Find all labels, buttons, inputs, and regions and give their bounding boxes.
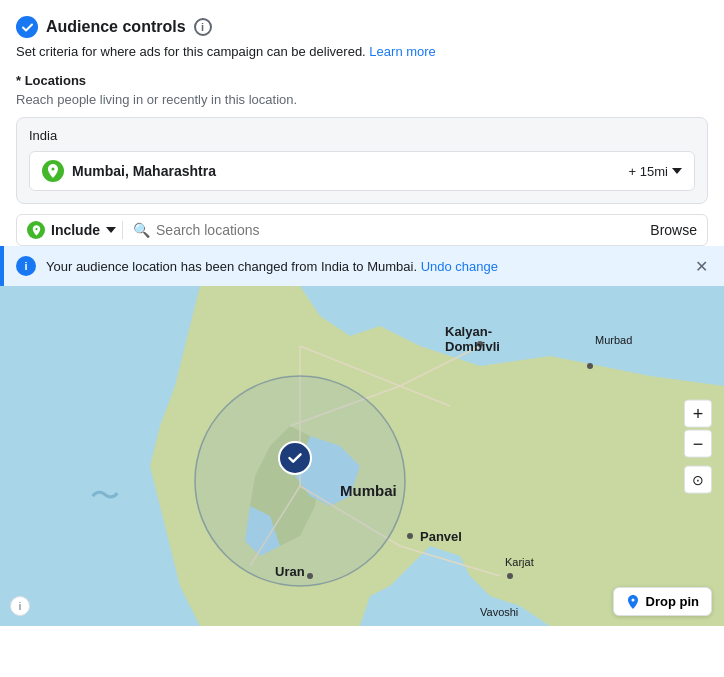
location-tag: Mumbai, Maharashtra + 15mi — [29, 151, 695, 191]
svg-point-11 — [587, 363, 593, 369]
svg-point-9 — [195, 376, 405, 586]
svg-point-12 — [407, 533, 413, 539]
zoom-in-button[interactable]: + — [684, 400, 712, 428]
svg-text:Kalyan-: Kalyan- — [445, 324, 492, 339]
learn-more-link[interactable]: Learn more — [369, 44, 435, 59]
search-locations-input[interactable] — [156, 222, 650, 238]
locations-desc: Reach people living in or recently in th… — [16, 92, 708, 107]
section-header: Audience controls i — [16, 16, 708, 38]
svg-text:〜: 〜 — [90, 479, 120, 512]
map-pin — [278, 441, 312, 475]
include-button[interactable]: Include — [27, 221, 116, 239]
include-pin-icon — [27, 221, 45, 239]
map-info-icon[interactable]: i — [10, 596, 30, 616]
radius-dropdown-arrow — [672, 168, 682, 174]
browse-button[interactable]: Browse — [650, 222, 697, 238]
svg-text:Dombivli: Dombivli — [445, 339, 500, 354]
undo-change-link[interactable]: Undo change — [421, 259, 498, 274]
notification-text: Your audience location has been changed … — [46, 259, 681, 274]
svg-text:Murbad: Murbad — [595, 334, 632, 346]
drop-pin-icon — [626, 595, 640, 609]
drop-pin-label: Drop pin — [646, 594, 699, 609]
include-label: Include — [51, 222, 100, 238]
locations-label: * Locations — [16, 73, 708, 88]
svg-text:Vavoshi: Vavoshi — [480, 606, 518, 618]
include-dropdown-arrow — [106, 227, 116, 233]
notification-info-icon: i — [16, 256, 36, 276]
country-label: India — [29, 128, 695, 143]
svg-text:Uran: Uran — [275, 564, 305, 579]
svg-text:Panvel: Panvel — [420, 529, 462, 544]
map-container: 〜 Kalyan- Dombivli Murbad Mumbai Panvel … — [0, 286, 724, 626]
svg-text:Mumbai: Mumbai — [340, 482, 397, 499]
notification-bar: i Your audience location has been change… — [0, 246, 724, 286]
notification-close-button[interactable]: ✕ — [691, 257, 712, 276]
radius-badge[interactable]: + 15mi — [629, 164, 682, 179]
audience-info-icon[interactable]: i — [194, 18, 212, 36]
svg-text:Karjat: Karjat — [505, 556, 534, 568]
drop-pin-button[interactable]: Drop pin — [613, 587, 712, 616]
divider — [122, 221, 123, 239]
location-pin-icon — [42, 160, 64, 182]
location-name: Mumbai, Maharashtra — [72, 163, 621, 179]
pin-circle — [278, 441, 312, 475]
location-box: India Mumbai, Maharashtra + 15mi — [16, 117, 708, 204]
check-circle-icon — [16, 16, 38, 38]
section-title: Audience controls — [46, 18, 186, 36]
audience-controls-panel: Audience controls i Set criteria for whe… — [0, 0, 724, 246]
search-row: 🔍 — [133, 222, 650, 238]
map-controls: + − ⊙ — [684, 400, 712, 494]
subtitle-text: Set criteria for where ads for this camp… — [16, 44, 708, 59]
zoom-out-button[interactable]: − — [684, 430, 712, 458]
svg-point-14 — [507, 573, 513, 579]
search-icon: 🔍 — [133, 222, 150, 238]
svg-point-13 — [307, 573, 313, 579]
compass-button[interactable]: ⊙ — [684, 466, 712, 494]
radius-text: + 15mi — [629, 164, 668, 179]
location-controls-row: Include 🔍 Browse — [16, 214, 708, 246]
